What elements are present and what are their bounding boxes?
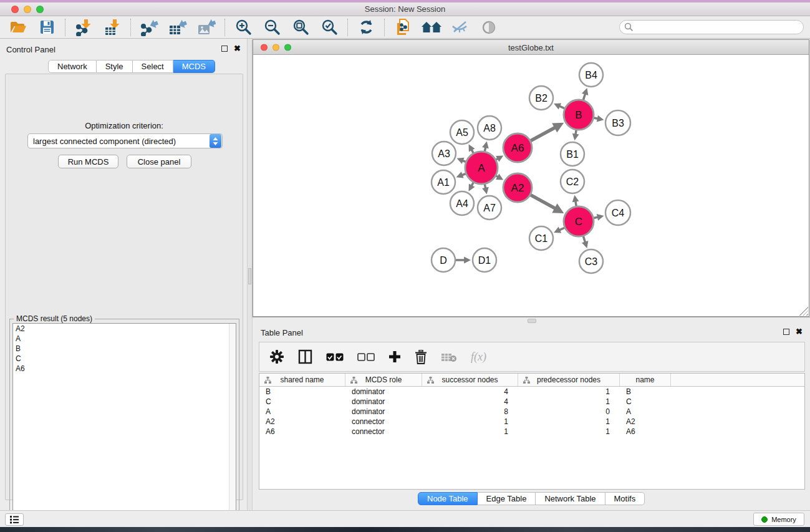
close-panel-icon[interactable]: ✖ (234, 46, 241, 52)
result-scrollbar-track[interactable] (229, 324, 236, 527)
float-panel-icon[interactable] (783, 329, 789, 335)
graph-node-D1[interactable]: D1 (473, 248, 496, 272)
table-cell[interactable]: B (259, 387, 345, 397)
table-cell[interactable]: C (259, 397, 345, 407)
table-cell[interactable]: B (620, 387, 671, 397)
graph-node-A4[interactable]: A4 (450, 191, 474, 215)
splitter-grip[interactable] (248, 268, 251, 284)
graph-node-A3[interactable]: A3 (432, 142, 456, 165)
graph-node-A8[interactable]: A8 (478, 116, 501, 140)
graph-node-A5[interactable]: A5 (450, 120, 474, 144)
table-row[interactable]: Bdominator41B (259, 387, 804, 397)
graph-node-C[interactable]: C (564, 206, 594, 236)
show-panels-menu-button[interactable] (5, 513, 24, 526)
table-cell[interactable]: 4 (422, 387, 518, 397)
graph-node-D[interactable]: D (432, 248, 455, 272)
graph-node-A1[interactable]: A1 (432, 170, 455, 194)
deselect-all-button[interactable] (357, 347, 375, 366)
duplicate-network-button[interactable] (392, 18, 413, 37)
criterion-dropdown[interactable]: largest connected component (directed) (27, 133, 223, 148)
close-panel-icon[interactable]: ✖ (796, 329, 803, 335)
tab-mcds[interactable]: MCDS (173, 60, 215, 73)
table-cell[interactable]: 1 (518, 397, 620, 407)
graph-node-B2[interactable]: B2 (529, 86, 553, 110)
save-session-button[interactable] (36, 18, 57, 37)
table-cell[interactable]: dominator (345, 407, 422, 417)
zoom-selected-button[interactable] (319, 18, 340, 37)
tab-node-table[interactable]: Node Table (418, 492, 478, 505)
window-resize-grip[interactable] (799, 307, 808, 316)
column-header-successor-nodes[interactable]: successor nodes (422, 374, 518, 386)
graph-node-A[interactable]: A (465, 152, 498, 184)
horizontal-splitter[interactable] (253, 317, 810, 324)
vertical-splitter[interactable] (247, 39, 253, 510)
tab-edge-table[interactable]: Edge Table (478, 492, 536, 505)
zoom-fit-button[interactable] (290, 18, 311, 37)
select-all-button[interactable] (326, 347, 344, 366)
tab-motifs[interactable]: Motifs (605, 492, 645, 505)
table-cell[interactable]: connector (345, 427, 422, 437)
open-file-button[interactable] (7, 18, 29, 37)
table-cell[interactable]: dominator (345, 397, 422, 407)
network-window-titlebar[interactable]: testGlobe.txt (253, 40, 809, 55)
table-cell[interactable]: 1 (518, 427, 620, 437)
graph-edge-A6-B[interactable] (531, 127, 556, 141)
table-cell[interactable]: 4 (422, 397, 518, 407)
search-field[interactable] (619, 20, 804, 34)
graph-node-A7[interactable]: A7 (478, 196, 501, 220)
table-cell[interactable]: 1 (518, 417, 620, 427)
network-graph[interactable]: B4B2BB3A5A8A6A3B1AA1C2A2A4A7C4CC1C3DD1 (253, 55, 809, 316)
mcds-result-item[interactable]: A6 (13, 364, 236, 374)
table-cell[interactable]: C (620, 397, 671, 407)
float-panel-icon[interactable] (221, 46, 228, 52)
table-cell[interactable]: 8 (422, 407, 518, 417)
mcds-result-list[interactable]: A2ABCA6 (12, 323, 236, 528)
table-settings-button[interactable] (269, 347, 284, 366)
mcds-result-item[interactable]: A2 (13, 324, 236, 334)
graph-node-A2[interactable]: A2 (503, 173, 532, 202)
search-input[interactable] (634, 22, 803, 33)
import-table-button[interactable] (102, 18, 123, 37)
network-overview-button[interactable] (421, 18, 442, 37)
table-cell[interactable]: 1 (518, 387, 620, 397)
tab-style[interactable]: Style (97, 60, 133, 73)
table-cell[interactable]: A (259, 407, 345, 417)
import-network-button[interactable] (73, 18, 94, 37)
graph-node-B1[interactable]: B1 (561, 142, 584, 166)
table-row[interactable]: Adominator80A (259, 407, 804, 417)
refresh-button[interactable] (355, 18, 377, 37)
table-cell[interactable]: 0 (518, 407, 620, 417)
network-canvas[interactable]: B4B2BB3A5A8A6A3B1AA1C2A2A4A7C4CC1C3DD1 (253, 55, 809, 316)
graph-node-C1[interactable]: C1 (529, 226, 553, 250)
graph-node-C3[interactable]: C3 (579, 249, 603, 273)
delete-column-button[interactable] (415, 347, 427, 366)
export-network-button[interactable] (138, 18, 160, 37)
column-header-shared-name[interactable]: shared name (259, 374, 345, 386)
table-cell[interactable]: A2 (259, 417, 345, 427)
run-mcds-button[interactable]: Run MCDS (58, 155, 118, 168)
table-cell[interactable]: 1 (422, 417, 518, 427)
graph-node-C4[interactable]: C4 (605, 200, 630, 225)
table-cell[interactable]: A6 (620, 427, 671, 437)
column-header-predecessor-nodes[interactable]: predecessor nodes (518, 374, 620, 386)
graph-node-B3[interactable]: B3 (605, 110, 630, 135)
table-cell[interactable]: A2 (620, 417, 671, 427)
splitter-grip[interactable] (528, 319, 536, 323)
export-image-button[interactable] (196, 18, 217, 37)
add-column-button[interactable] (388, 347, 401, 366)
table-row[interactable]: Cdominator41C (259, 397, 804, 407)
table-cell[interactable]: 1 (422, 427, 518, 437)
close-panel-button[interactable]: Close panel (127, 155, 191, 168)
memory-button[interactable]: Memory (753, 513, 804, 526)
mcds-result-item[interactable]: B (13, 344, 236, 354)
mcds-result-item[interactable]: C (13, 354, 236, 364)
tab-select[interactable]: Select (133, 60, 173, 73)
table-cell[interactable]: dominator (345, 387, 422, 397)
table-cell[interactable]: connector (345, 417, 422, 427)
table-row[interactable]: A6connector11A6 (259, 427, 804, 437)
column-header-MCDS-role[interactable]: MCDS role (345, 374, 422, 386)
graph-node-B4[interactable]: B4 (579, 63, 603, 87)
tab-network-table[interactable]: Network Table (536, 492, 605, 505)
export-table-button[interactable] (167, 18, 188, 37)
hide-selected-button[interactable] (450, 18, 471, 37)
